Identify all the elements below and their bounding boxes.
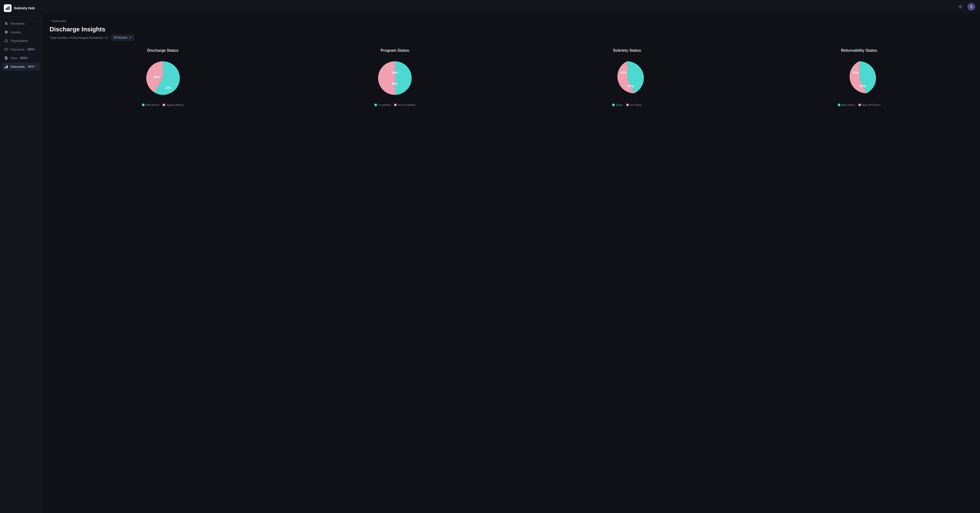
returnability-status-svg: 43% 57% <box>838 57 881 100</box>
legend-with-advice: With Advice <box>142 103 159 106</box>
program-status-title: Program Status <box>381 48 409 53</box>
sobriety-status-card: Sobriety Status 43% 57% <box>514 48 740 106</box>
files-beta-badge: BETA <box>19 57 28 59</box>
legend-may-return: May Return <box>838 103 855 106</box>
sobriety-status-chart: 43% 57% <box>606 57 649 100</box>
breadcrumb-arrow: ‹ <box>49 19 51 23</box>
outcomes-beta-badge: BETA <box>27 65 36 68</box>
sobriety-pct1-label: 43% <box>620 71 627 75</box>
program-status-legend: Completed Not Completed <box>374 103 415 106</box>
legend-not-completed-label: Not Completed <box>398 103 415 106</box>
chevron-down-icon <box>129 36 132 39</box>
svg-line-25 <box>959 8 959 8</box>
discharge-status-card: Discharge Status 83% 17% <box>49 48 276 106</box>
sidebar-item-files[interactable]: Files BETA <box>2 54 40 62</box>
returnability-status-title: Returnability Status <box>841 48 877 53</box>
sidebar: Sobriety Hub Residents Houses <box>0 0 42 513</box>
sidebar-item-outcomes-label: Outcomes <box>11 65 25 68</box>
legend-not-sober-label: Not Sober <box>630 103 642 106</box>
program-pct1-label: 50% <box>392 71 398 75</box>
legend-with-advice-label: With Advice <box>146 103 159 106</box>
legend-may-not-return: May Not Return <box>859 103 881 106</box>
legend-dot-sober <box>612 104 615 106</box>
returnability-status-card: Returnability Status 43% 57% May Return <box>746 48 972 106</box>
discharge-status-title: Discharge Status <box>147 48 178 53</box>
legend-dot-not-sober <box>626 104 629 106</box>
discharge-status-svg: 83% 17% <box>141 57 184 100</box>
logo-icon <box>4 4 11 12</box>
legend-not-sober: Not Sober <box>626 103 642 106</box>
legend-may-not-return-label: May Not Return <box>862 103 881 106</box>
sidebar-item-houses-label: Houses <box>11 30 21 34</box>
returnability-status-chart: 43% 57% <box>838 57 881 100</box>
sobriety-status-title: Sobriety Status <box>613 48 641 53</box>
program-status-svg: 50% 50% <box>373 57 417 100</box>
svg-point-18 <box>959 6 961 8</box>
legend-dot-may-not-return <box>859 104 861 106</box>
sobriety-status-legend: Sober Not Sober <box>612 103 642 106</box>
users-icon <box>4 22 8 25</box>
svg-rect-15 <box>5 67 5 68</box>
svg-rect-16 <box>6 66 6 68</box>
sobriety-status-svg: 43% 57% <box>606 57 649 100</box>
svg-line-26 <box>961 5 962 6</box>
legend-sober-label: Sober <box>616 103 623 106</box>
sidebar-item-payments-label: Payments <box>11 48 24 51</box>
org-icon <box>4 39 8 43</box>
sobriety-pct2-label: 57% <box>628 84 634 88</box>
sidebar-item-files-label: Files <box>11 56 17 60</box>
legend-sober: Sober <box>612 103 623 106</box>
discharge-status-legend: With Advice Against Advice <box>142 103 184 106</box>
legend-dot-completed <box>374 104 377 106</box>
legend-against-advice-label: Against Advice <box>166 103 183 106</box>
user-avatar[interactable]: C <box>967 3 975 11</box>
files-icon <box>4 56 8 60</box>
legend-completed-label: Completed <box>378 103 391 106</box>
breadcrumb-label: Outcomes <box>52 19 66 23</box>
legend-not-completed: Not Completed <box>394 103 415 106</box>
legend-may-return-label: May Return <box>842 103 855 106</box>
sidebar-item-residents[interactable]: Residents <box>2 19 40 27</box>
sidebar-item-houses[interactable]: Houses <box>2 28 40 36</box>
subtitle-row: Total Number of Discharged Residents: 12… <box>49 35 972 41</box>
payments-beta-badge: BETA <box>27 48 35 51</box>
svg-rect-5 <box>7 42 8 42</box>
sidebar-nav: Residents Houses Organization <box>0 16 42 73</box>
program-completed-segment <box>395 61 412 95</box>
svg-rect-17 <box>7 65 8 68</box>
program-status-chart: 50% 50% <box>373 57 417 100</box>
legend-dot-against-advice <box>163 104 165 106</box>
payments-icon <box>4 48 8 51</box>
svg-line-23 <box>959 5 959 6</box>
legend-dot-not-completed <box>394 104 396 106</box>
svg-rect-10 <box>5 48 8 51</box>
sidebar-item-payments[interactable]: Payments BETA <box>2 45 40 53</box>
sidebar-logo[interactable]: Sobriety Hub <box>0 0 42 16</box>
sidebar-item-organization-label: Organization <box>11 39 28 43</box>
return-pct1-label: 43% <box>853 71 859 75</box>
settings-icon-button[interactable] <box>956 3 964 11</box>
sidebar-item-outcomes[interactable]: Outcomes BETA <box>2 62 40 71</box>
page-title: Discharge Insights <box>49 25 972 33</box>
discharge-pct1-label: 83% <box>154 75 160 79</box>
discharge-status-chart: 83% 17% <box>141 57 184 100</box>
svg-rect-4 <box>5 42 5 42</box>
filter-label: All Houses <box>114 36 127 39</box>
returnability-status-legend: May Return May Not Return <box>838 103 881 106</box>
legend-completed: Completed <box>374 103 391 106</box>
breadcrumb[interactable]: ‹ Outcomes <box>49 19 972 23</box>
sidebar-item-organization[interactable]: Organization <box>2 37 40 45</box>
all-houses-dropdown[interactable]: All Houses <box>111 35 134 41</box>
topbar: C <box>42 0 980 13</box>
discharge-pct2-label: 17% <box>165 86 171 90</box>
legend-against-advice: Against Advice <box>163 103 183 106</box>
return-pct2-label: 57% <box>860 84 866 88</box>
app-name: Sobriety Hub <box>14 6 35 10</box>
program-status-card: Program Status 50% 50% Completed <box>282 48 508 106</box>
program-not-completed-segment <box>378 61 395 95</box>
subtitle-text: Total Number of Discharged Residents: 12 <box>49 36 108 40</box>
outcomes-icon <box>4 65 8 68</box>
program-pct2-label: 50% <box>392 82 398 86</box>
home-icon <box>4 30 8 34</box>
svg-rect-2 <box>9 6 10 10</box>
